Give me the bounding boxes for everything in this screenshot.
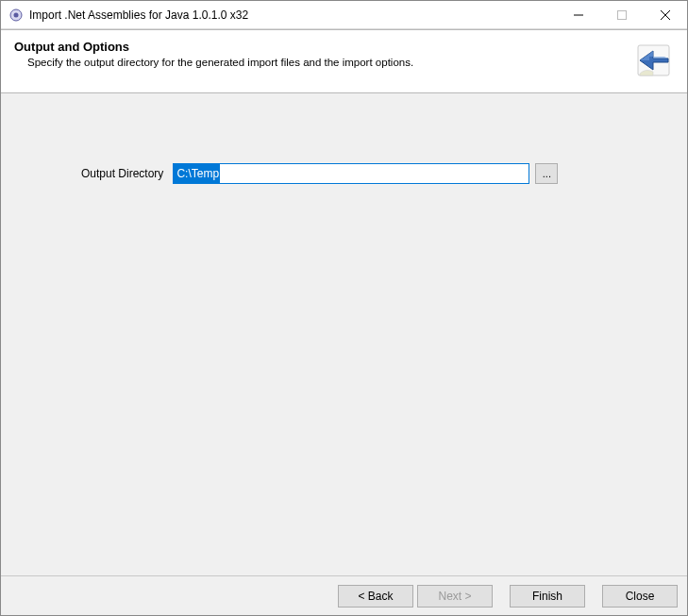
maximize-button <box>600 1 644 28</box>
next-button: Next > <box>417 585 493 608</box>
wizard-banner: Output and Options Specify the output di… <box>1 29 687 93</box>
finish-button[interactable]: Finish <box>510 585 585 608</box>
title-bar: Import .Net Assemblies for Java 1.0.1.0 … <box>1 1 687 29</box>
app-icon <box>8 8 24 23</box>
output-directory-input[interactable]: C:\Temp <box>173 163 529 184</box>
window-title: Import .Net Assemblies for Java 1.0.1.0 … <box>29 8 557 22</box>
close-wizard-button[interactable]: Close <box>602 585 678 608</box>
close-button[interactable] <box>644 1 687 28</box>
banner-title: Output and Options <box>14 40 627 54</box>
output-directory-value: C:\Temp <box>174 164 220 183</box>
svg-rect-3 <box>618 10 627 19</box>
output-directory-row: Output Directory C:\Temp ... <box>81 163 558 184</box>
content-area: Output Directory C:\Temp ... <box>1 93 687 575</box>
back-button[interactable]: < Back <box>338 585 413 608</box>
svg-point-1 <box>14 12 19 17</box>
minimize-button[interactable] <box>557 1 600 28</box>
import-arrow-icon <box>634 40 674 79</box>
wizard-footer: < Back Next > Finish Close <box>1 575 687 615</box>
banner-subtitle: Specify the output directory for the gen… <box>27 57 627 68</box>
window-controls <box>557 1 687 28</box>
output-directory-label: Output Directory <box>81 167 163 180</box>
browse-button[interactable]: ... <box>535 163 558 184</box>
